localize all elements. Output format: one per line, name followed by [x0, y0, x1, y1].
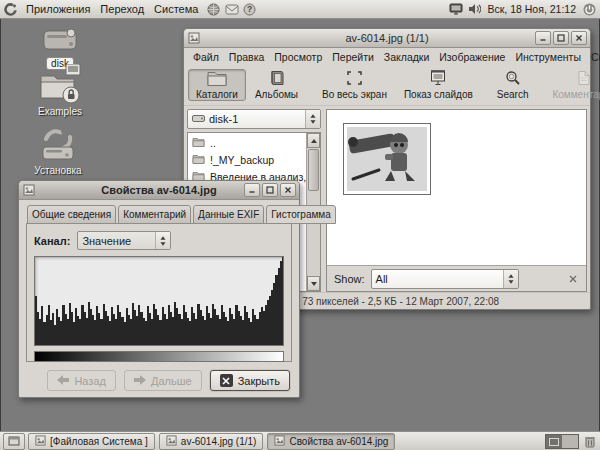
toy-photo — [347, 127, 427, 191]
combo-arrows-icon — [503, 270, 518, 288]
viewer-menubar: ФайлПравкаПросмотрПерейтиЗакладкиИзображ… — [184, 48, 590, 65]
window-icon — [166, 435, 177, 448]
toolbar-button-slideshow[interactable]: Показ слайдов — [396, 69, 481, 101]
task-button-label: av-6014.jpg (1/1) — [181, 436, 257, 447]
panel-menu-system[interactable]: Система — [149, 2, 203, 16]
tab-exif[interactable]: Данные EXIF — [193, 205, 264, 224]
scroll-thumb[interactable] — [308, 149, 319, 191]
menu-help[interactable]: Справка — [586, 50, 600, 64]
task-buttons: [Файловая Система ]av-6014.jpg (1/1)Свой… — [28, 433, 395, 450]
desktop-screen: ПриложенияПереходСистема ? Вск, 18 Ноя, … — [0, 0, 600, 450]
albums-icon — [268, 70, 285, 88]
back-button: Назад — [47, 370, 116, 391]
scroll-down-icon[interactable] — [307, 276, 320, 291]
histogram-plot — [34, 256, 284, 346]
toolbar-button-search[interactable]: Search — [489, 69, 537, 101]
maximize-button[interactable] — [553, 31, 569, 45]
menu-edit[interactable]: Правка — [224, 50, 269, 64]
task-button-label: [Файловая Система ] — [50, 436, 148, 447]
comment-icon — [576, 70, 591, 88]
next-button-label: Дальше — [151, 375, 192, 387]
toolbar-button-comment: Комментарий — [544, 69, 600, 101]
channel-label: Канал: — [34, 235, 70, 247]
toolbar-button-label: Search — [497, 89, 529, 100]
show-filter-value: All — [376, 273, 388, 285]
menu-file[interactable]: Файл — [188, 50, 224, 64]
desktop-icon-install[interactable]: Установка — [25, 129, 91, 176]
desktop-icon-examples[interactable]: Examples — [27, 64, 93, 117]
workspace-1[interactable] — [546, 435, 562, 448]
panel-menu-applications[interactable]: Приложения — [21, 2, 95, 16]
panel-menu-places[interactable]: Переход — [95, 2, 149, 16]
path-combo-value: disk-1 — [209, 113, 238, 125]
menu-tools[interactable]: Инструменты — [510, 50, 585, 64]
histogram-tab-panel: Канал: Значение — [26, 223, 292, 362]
viewer-app-icon — [187, 32, 200, 45]
distro-logo-icon[interactable] — [3, 2, 18, 17]
close-x-icon — [220, 374, 233, 387]
viewer-toolbar: КаталогиАльбомыВо весь экранПоказ слайдо… — [184, 65, 590, 106]
task-button-file-system[interactable]: [Файловая Система ] — [28, 433, 155, 450]
window-icon — [35, 435, 46, 448]
minimize-button[interactable] — [244, 183, 260, 197]
tab-comment[interactable]: Комментарий — [118, 205, 191, 224]
installer-icon — [38, 129, 78, 163]
maximize-button[interactable] — [262, 183, 278, 197]
folders-icon — [207, 70, 227, 88]
grayscale-gradient — [34, 351, 284, 362]
toolbar-button-albums[interactable]: Альбомы — [247, 69, 306, 101]
toolbar-button-label: Показ слайдов — [404, 89, 473, 100]
combo-arrows-icon — [305, 110, 320, 128]
volume-icon[interactable] — [467, 2, 482, 17]
channel-combo[interactable]: Значение — [77, 231, 171, 250]
menu-view[interactable]: Просмотр — [269, 50, 327, 64]
close-button[interactable] — [280, 183, 296, 197]
mail-icon[interactable] — [224, 2, 239, 17]
show-filter-combo[interactable]: All — [371, 269, 519, 289]
image-thumbnail[interactable] — [343, 123, 431, 195]
menu-image[interactable]: Изображение — [434, 50, 510, 64]
image-canvas — [327, 110, 586, 265]
task-button-image-viewer[interactable]: av-6014.jpg (1/1) — [159, 433, 264, 450]
folder-icon — [192, 137, 205, 149]
menu-go[interactable]: Перейти — [327, 50, 379, 64]
display-icon[interactable] — [449, 2, 464, 17]
file-list-item[interactable]: !_MY_backup — [188, 151, 306, 168]
next-button: Дальше — [124, 370, 202, 391]
task-button-label: Свойства av-6014.jpg — [289, 436, 388, 447]
filter-bar: Show: All — [327, 265, 586, 291]
show-desktop-button[interactable] — [3, 433, 25, 450]
tab-histogram[interactable]: Гистограмма — [266, 205, 336, 224]
combo-arrows-icon — [155, 232, 170, 249]
toolbar-button-label: Альбомы — [255, 89, 298, 100]
toolbar-button-folders[interactable]: Каталоги — [188, 69, 246, 101]
dialog-button-row: Назад Дальше Закрыть — [26, 370, 292, 391]
path-combo[interactable]: disk-1 — [187, 109, 321, 129]
back-arrow-icon — [57, 375, 69, 387]
dialog-titlebar[interactable]: Свойства av-6014.jpg — [19, 181, 299, 200]
workspace-switcher[interactable] — [545, 434, 579, 449]
image-pane: Show: All — [326, 109, 587, 292]
trash-icon[interactable] — [582, 434, 597, 449]
histogram-bar — [282, 257, 284, 345]
close-button-label: Закрыть — [238, 375, 280, 387]
close-button[interactable] — [571, 31, 587, 45]
tab-general[interactable]: Общие сведения — [27, 205, 116, 224]
toolbar-button-label: Каталоги — [196, 89, 238, 100]
close-filter-icon[interactable] — [567, 273, 579, 285]
clock[interactable]: Вск, 18 Ноя, 21:12 — [485, 3, 580, 15]
menu-bookmarks[interactable]: Закладки — [379, 50, 434, 64]
dialog-tabs: Общие сведенияКомментарийДанные EXIFГист… — [26, 205, 292, 223]
minimize-button[interactable] — [535, 31, 551, 45]
scroll-up-icon[interactable] — [307, 133, 320, 148]
web-browser-icon[interactable] — [206, 2, 221, 17]
toolbar-button-fullscreen[interactable]: Во весь экран — [314, 69, 395, 101]
power-icon[interactable] — [582, 2, 597, 17]
help-icon[interactable]: ? — [242, 2, 257, 17]
close-dialog-button[interactable]: Закрыть — [210, 370, 290, 391]
file-list-item[interactable]: .. — [188, 134, 306, 151]
drive-icon — [192, 113, 205, 125]
viewer-titlebar[interactable]: av-6014.jpg (1/1) — [184, 29, 590, 48]
workspace-2[interactable] — [562, 435, 578, 448]
task-button-properties[interactable]: Свойства av-6014.jpg — [267, 433, 395, 450]
